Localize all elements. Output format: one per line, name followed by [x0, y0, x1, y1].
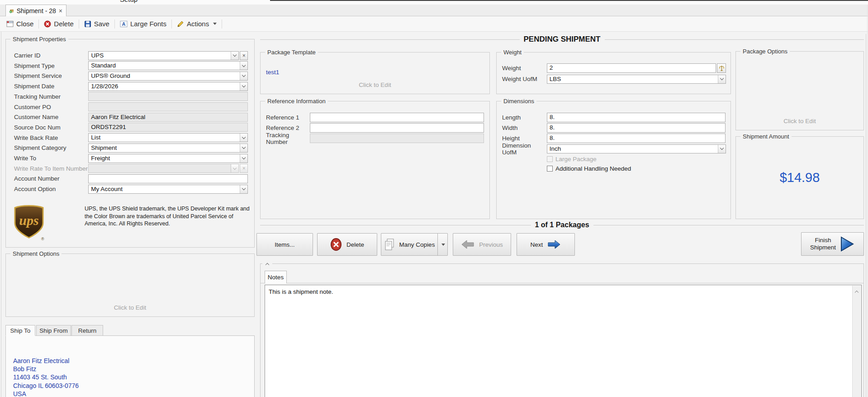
dimension-uofm-combo[interactable]: Inch [547, 144, 726, 153]
field-row-write-rate-to-item: Write Rate To Item Number × [14, 164, 248, 173]
shipment-date-picker[interactable]: 1/28/2026 [88, 82, 248, 91]
large-package-checkbox-row: Large Package [547, 156, 597, 163]
next-label: Next [531, 241, 543, 248]
items-label: Items... [275, 241, 294, 248]
weight-group: Weight Weight 2 Weight UofM LBS [496, 52, 731, 94]
tab-ship-from[interactable]: Ship From [36, 325, 71, 336]
shipment-options-click-to-edit[interactable]: Click to Edit [6, 304, 254, 311]
group-title: Shipment Options [10, 250, 62, 257]
large-fonts-button[interactable]: A Large Fonts [118, 19, 168, 29]
toolbar: Close Delete Save A Large Fonts Actions [0, 16, 868, 32]
dropdown-arrow[interactable] [240, 144, 247, 152]
notes-scrollbar[interactable] [852, 286, 861, 397]
package-template-link[interactable]: test1 [266, 69, 279, 76]
reference-2-input[interactable] [310, 123, 484, 133]
height-input[interactable]: 8. [547, 134, 726, 143]
many-copies-dropdown[interactable] [437, 234, 447, 255]
account-number-input[interactable] [88, 174, 248, 183]
write-back-rate-combo[interactable]: List [88, 133, 248, 142]
length-input[interactable]: 8. [547, 113, 726, 122]
tab-notes[interactable]: Notes [265, 271, 287, 283]
field-row-carrier-id: Carrier ID UPS × [14, 51, 248, 60]
clear-button[interactable]: × [240, 51, 248, 60]
shipment-service-combo[interactable]: UPS® Ground [88, 72, 248, 81]
group-title: Dimensions [501, 98, 536, 105]
shipment-properties-group: Shipment Properties Carrier ID UPS × Shi… [5, 39, 255, 248]
collapse-notes-button[interactable] [262, 261, 272, 267]
field-label: Shipment Date [14, 83, 88, 90]
svg-text:®: ® [41, 237, 44, 241]
dropdown-arrow[interactable] [231, 52, 238, 60]
scale-icon [719, 65, 725, 71]
actions-button[interactable]: Actions [175, 19, 218, 29]
svg-text:ups: ups [19, 213, 38, 228]
close-button[interactable]: Close [5, 19, 35, 29]
tab-close-icon[interactable]: × [59, 7, 62, 14]
field-value: Standard [89, 62, 240, 70]
package-options-click-to-edit[interactable]: Click to Edit [736, 118, 863, 124]
window-right-border [866, 34, 866, 397]
additional-handling-checkbox[interactable] [547, 166, 553, 172]
finish-shipment-button[interactable]: FinishShipment [801, 232, 864, 256]
ship-to-address-panel: Aaron Fitz Electrical Bob Fitz 11403 45 … [5, 335, 255, 397]
field-row-weight: Weight 2 [502, 63, 726, 73]
packages-group: 1 of 1 Packages [260, 225, 864, 225]
package-options-group: Package Options Click to Edit [735, 51, 864, 130]
dropdown-arrow[interactable] [240, 185, 247, 193]
field-label: Account Option [14, 186, 88, 192]
dropdown-arrow[interactable] [240, 82, 247, 91]
notes-text: This is a shipment note. [269, 288, 333, 295]
field-value: Aaron Fitz Electrical [89, 113, 247, 121]
address-line-city: Chicago IL 60603-0776 [13, 382, 79, 390]
shipment-type-combo[interactable]: Standard [88, 61, 248, 70]
customer-po-field [88, 102, 248, 111]
previous-button[interactable]: Previous [453, 233, 511, 256]
items-button[interactable]: Items... [256, 233, 313, 256]
tab-ship-to[interactable]: Ship To [5, 325, 35, 336]
next-button[interactable]: Next [517, 233, 575, 256]
shipment-amount-group: Shipment Amount $14.98 [735, 136, 864, 219]
package-template-click-to-edit[interactable]: Click to Edit [261, 81, 489, 88]
write-to-combo[interactable]: Freight [88, 154, 248, 163]
notes-textarea[interactable]: This is a shipment note. [265, 285, 862, 397]
shipment-category-combo[interactable]: Shipment [88, 143, 248, 153]
field-row-weight-uofm: Weight UofM LBS [502, 74, 726, 84]
scale-button[interactable] [717, 63, 726, 73]
dropdown-arrow[interactable] [240, 154, 247, 163]
many-copies-button[interactable]: Many Copies [381, 233, 448, 256]
dropdown-arrow[interactable] [240, 134, 247, 142]
save-button[interactable]: Save [82, 19, 111, 29]
field-row-write-to: Write To Freight [14, 153, 248, 163]
delete-package-button[interactable]: Delete [317, 233, 377, 256]
notes-tabline [261, 283, 863, 283]
weight-uofm-combo[interactable]: LBS [547, 75, 726, 84]
tab-shipment-28[interactable]: Shipment - 28 × [5, 5, 66, 16]
group-title: Shipment Properties [10, 36, 68, 43]
dropdown-arrow[interactable] [718, 145, 726, 153]
field-value: UPS [89, 52, 231, 60]
dropdown-arrow[interactable] [240, 62, 247, 70]
dropdown-arrow[interactable] [718, 75, 726, 83]
save-icon [84, 20, 91, 28]
source-doc-num-field: ORDST2291 [88, 123, 248, 132]
group-title: Package Options [740, 48, 790, 55]
toolbar-separator [222, 19, 222, 29]
weight-input[interactable]: 2 [547, 63, 716, 73]
field-row-dimension-uofm: Dimension UofM Inch [502, 144, 726, 153]
customer-name-field: Aaron Fitz Electrical [88, 113, 248, 122]
tab-return[interactable]: Return [71, 325, 103, 336]
field-value [89, 175, 247, 183]
actions-label: Actions [187, 20, 209, 28]
group-title: Package Template [265, 49, 318, 56]
actions-pencil-icon [177, 20, 184, 28]
dimensions-group: Dimensions Length 8. Width 8. Height 8. … [496, 101, 731, 219]
width-input[interactable]: 8. [547, 123, 726, 133]
dropdown-arrow[interactable] [240, 72, 247, 80]
field-row-customer-name: Customer Name Aaron Fitz Electrical [14, 112, 248, 122]
field-label: Shipment Service [14, 72, 88, 79]
account-option-combo[interactable]: My Account [88, 185, 248, 194]
delete-button[interactable]: Delete [42, 19, 75, 29]
close-window-icon [6, 20, 14, 27]
carrier-id-combo[interactable]: UPS [88, 51, 239, 60]
reference-1-input[interactable] [310, 113, 484, 122]
